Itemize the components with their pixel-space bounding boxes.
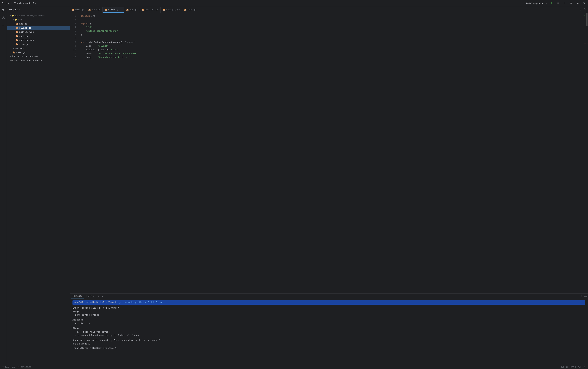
terminal-content[interactable]: israel@Israels-MacBook-Pro Zero % go run… <box>70 299 588 365</box>
tree-label-divide-go: divide.go <box>19 27 31 29</box>
tab-icon: 🐹 <box>163 9 165 11</box>
tree-item-root-go[interactable]: 🐹 root.go <box>7 34 70 38</box>
svg-point-11 <box>4 18 5 19</box>
tree-label-main-go: main.go <box>16 51 26 54</box>
tree-label-add-go: add.go <box>19 23 27 25</box>
svg-line-13 <box>3 17 4 18</box>
line-ending[interactable]: LF <box>566 366 568 368</box>
new-terminal-button[interactable]: + <box>97 295 100 298</box>
file-icon <box>18 366 20 368</box>
local-tab-close[interactable]: ✕ <box>93 295 94 297</box>
file-tree-panel: Project ▾ ▾ 📁 Zero ~/GolandProjects/Zero… <box>7 7 70 365</box>
tree-item-multiply-go[interactable]: 🐹 multiply.go <box>7 30 70 34</box>
tree-item-add-go[interactable]: 🐹 add.go <box>7 22 70 26</box>
debug-button[interactable] <box>556 1 560 5</box>
output-usage-value: zero divide [flags] <box>72 313 585 317</box>
chevron-icon: ▶ <box>10 60 11 62</box>
folder-icon: 📁 <box>11 14 14 17</box>
status-bar-right: 9:7 LF UTF-8 Tab <box>561 366 586 368</box>
indent-style[interactable]: Tab <box>578 366 581 368</box>
editor-content: 1 2 3 4 5 6 7 8 9 10 11 12 package cmd i… <box>70 13 588 293</box>
tree-item-divide-go[interactable]: 🐹 divide.go <box>7 26 70 30</box>
version-control-dropdown[interactable]: Version control ▾ <box>14 2 36 5</box>
more-options-button[interactable]: ⋮ <box>563 1 567 5</box>
sidebar-icons: ⋯ <box>0 7 7 365</box>
terminal-panel: Terminal Local ✕ + ▾ ⋮ — israel@Israels-… <box>70 293 588 365</box>
svg-point-10 <box>2 18 3 19</box>
tab-close-button[interactable]: ✕ <box>120 8 122 11</box>
code-line-1: package cmd <box>81 14 583 18</box>
tab-label-zero-go: zero.go <box>92 9 100 11</box>
code-line-8: var divideCmd = &cobra.Command{ 2 usages <box>81 41 583 44</box>
tree-item-subtract-go[interactable]: 🐹 subtract.go <box>7 38 70 42</box>
editor-scrollbar[interactable] <box>586 13 588 293</box>
sidebar-structure-button[interactable] <box>1 15 6 21</box>
encoding-text: UTF-8 <box>570 366 576 368</box>
code-line-4: "fmt" <box>81 26 583 29</box>
tree-item-zero-go[interactable]: 🐹 zero.go <box>7 42 70 46</box>
code-area[interactable]: package cmd import ( "fmt" "github.com/s… <box>78 13 586 293</box>
local-tab-label: Local <box>86 295 93 297</box>
svg-point-3 <box>558 2 559 3</box>
cursor-position[interactable]: 9:7 <box>561 366 564 368</box>
sidebar-more-button[interactable]: ⋯ <box>1 22 6 28</box>
project-dropdown[interactable]: Zero ▾ <box>2 2 9 5</box>
chevron-icon: ▾ <box>13 19 14 21</box>
tab-add-go[interactable]: 🐹 add.go <box>124 7 139 13</box>
code-line-3: import ( <box>81 22 583 26</box>
add-configuration-button[interactable]: Add Configuration... ▾ <box>526 2 548 5</box>
tree-item-main-go[interactable]: 🐹 main.go <box>7 50 70 54</box>
tab-main-go[interactable]: 🐹 main.go <box>70 7 86 13</box>
profile-button[interactable] <box>569 1 573 5</box>
tree-item-zero[interactable]: ▾ 📁 Zero ~/GolandProjects/Zero <box>7 14 70 18</box>
settings-button[interactable] <box>582 1 586 5</box>
line-num-3: 3 <box>70 22 76 26</box>
terminal-tab-terminal[interactable]: Terminal <box>71 294 84 299</box>
encoding[interactable]: UTF-8 <box>570 366 576 368</box>
project-panel-title[interactable]: Project ▾ <box>9 9 20 11</box>
terminal-more-button[interactable]: ⋮ <box>580 295 583 298</box>
tab-divide-go[interactable]: 🐹 divide.go ✕ <box>103 7 124 13</box>
svg-point-4 <box>571 2 572 3</box>
tab-multiply-go[interactable]: 🐹 multiply.go <box>161 7 182 13</box>
terminal-layout-button[interactable]: ▾ <box>101 295 104 298</box>
add-config-label: Add Configuration... <box>526 2 545 5</box>
tree-label-scratches: Scratches and Consoles <box>13 59 42 62</box>
tree-item-go-mod[interactable]: ▶ ≡ go.mod <box>7 46 70 50</box>
terminal-tab-local[interactable]: Local ✕ <box>85 294 96 299</box>
breadcrumb-cmd: cmd <box>12 366 15 368</box>
status-bar: Zero > cmd > divide.go 9:7 LF UTF-8 Tab <box>0 365 588 369</box>
version-control-chevron: ▾ <box>35 2 36 5</box>
notifications-button[interactable] <box>583 8 587 11</box>
tab-root-go[interactable]: 🐹 root.go <box>182 7 198 13</box>
terminal-minimize-button[interactable]: — <box>584 295 587 298</box>
sidebar-files-button[interactable] <box>1 8 6 14</box>
tab-label-subtract-go: subtract.go <box>145 9 158 11</box>
tab-label-add-go: add.go <box>130 9 137 11</box>
tree-item-cmd[interactable]: ▾ 📁 cmd <box>7 18 70 22</box>
go-file-icon: 🐹 <box>16 23 19 25</box>
git-push-button[interactable] <box>584 366 586 368</box>
svg-marker-0 <box>551 2 553 4</box>
search-button[interactable] <box>576 1 580 5</box>
output-flags-round: -r, --round Round results up to 2 decima… <box>72 334 585 337</box>
tab-icon: 🐹 <box>105 8 107 11</box>
run-button[interactable] <box>550 1 554 5</box>
go-file-icon: 🐹 <box>13 51 15 54</box>
tree-item-scratches[interactable]: ▶ ⚙ Scratches and Consoles <box>7 59 70 63</box>
tree-item-external-libs[interactable]: ▶ 🏛 External Libraries <box>7 54 70 59</box>
tree-path: ~/GolandProjects/Zero <box>21 15 45 17</box>
code-line-10: Aliases: []string{"div"}, <box>81 48 583 52</box>
tab-subtract-go[interactable]: 🐹 subtract.go <box>139 7 161 13</box>
code-line-12: Long: "Concatenation is a... <box>81 55 583 59</box>
main-layout: ⋯ Project ▾ ▾ 📁 Zero ~/GolandProjects/Ze… <box>0 7 588 365</box>
tab-more-button[interactable]: ⋮ <box>578 8 582 11</box>
tree-label-root-go: root.go <box>19 35 29 37</box>
line-numbers: 1 2 3 4 5 6 7 8 9 10 11 12 <box>70 13 78 293</box>
breadcrumb[interactable]: Zero > cmd > divide.go <box>2 366 31 368</box>
tab-zero-go[interactable]: 🐹 zero.go <box>86 7 102 13</box>
spacer3 <box>72 325 585 327</box>
go-file-icon: 🐹 <box>16 35 19 37</box>
version-control-label: Version control <box>14 2 34 5</box>
project-chevron: ▾ <box>8 2 9 5</box>
